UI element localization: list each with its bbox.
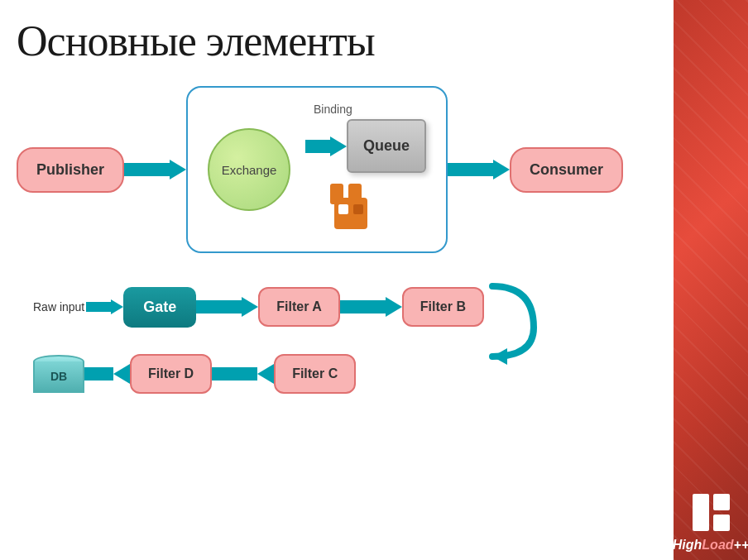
bottom-diagram: Raw input Gate Filter A Filter xyxy=(17,286,657,394)
svg-marker-5 xyxy=(492,348,507,365)
arrow-fd-db xyxy=(84,364,130,384)
rabbit-icon xyxy=(322,179,380,233)
arrow-fc-fd xyxy=(212,364,274,384)
filter-a-box: Filter A xyxy=(258,287,340,327)
arrow-pub-exchange xyxy=(124,160,186,179)
arr-body-fc-fd xyxy=(212,367,257,381)
arrow-body-inner xyxy=(305,140,330,153)
main-content: Основные элементы Publisher Exchange Bin… xyxy=(0,0,674,560)
arr-body-gfa xyxy=(196,300,242,314)
svg-rect-7 xyxy=(713,494,730,510)
db-cylinder: DB xyxy=(33,355,84,393)
arr-head-gfa xyxy=(242,297,258,317)
arrow-queue-consumer xyxy=(448,160,510,179)
arrow-head-inner xyxy=(330,136,347,156)
sidebar-pp: ++ xyxy=(734,538,748,552)
arrow-exchange-queue xyxy=(305,136,347,156)
arr-body-fafb xyxy=(340,300,386,314)
binding-label: Binding xyxy=(314,103,352,116)
small-arrow-rawinput xyxy=(86,299,123,314)
sidebar-logo: HighLoad++ xyxy=(674,490,748,552)
page-title: Основные элементы xyxy=(17,17,657,65)
exchange-container: Exchange Binding Queue xyxy=(186,86,448,253)
raw-input-group: Raw input xyxy=(33,299,123,314)
gate-box: Gate xyxy=(123,287,196,328)
bottom-row-2: DB Filter D Filter C xyxy=(17,354,657,394)
small-arr-body xyxy=(86,302,111,312)
sidebar-highload-text: HighLoad++ xyxy=(674,538,748,552)
arr-head-fc-fd xyxy=(257,364,274,384)
arr-head-fd-db xyxy=(113,364,130,384)
bottom-row-1: Raw input Gate Filter A Filter xyxy=(17,286,657,328)
filter-c-box: Filter C xyxy=(274,354,356,394)
svg-rect-1 xyxy=(330,184,343,204)
arrow-head xyxy=(170,160,186,179)
svg-rect-8 xyxy=(713,515,730,531)
top-diagram: Publisher Exchange Binding Queue xyxy=(17,86,657,253)
raw-input-label: Raw input xyxy=(33,300,84,314)
svg-rect-6 xyxy=(693,494,709,531)
arrow-body xyxy=(124,163,170,176)
curved-arrow-svg xyxy=(484,282,542,365)
arrow-head-qc xyxy=(493,160,510,179)
sidebar-pattern xyxy=(674,0,748,560)
small-arr-head xyxy=(111,299,123,314)
queue-box: Queue xyxy=(347,119,426,173)
svg-rect-2 xyxy=(348,184,362,204)
svg-rect-3 xyxy=(338,204,348,214)
filter-d-box: Filter D xyxy=(130,354,212,394)
rabbit-icon-area xyxy=(322,179,380,237)
consumer-box: Consumer xyxy=(510,147,623,193)
db-body: DB xyxy=(33,361,84,393)
arrow-body-qc xyxy=(448,163,493,176)
svg-rect-4 xyxy=(353,204,363,214)
sidebar: HighLoad++ xyxy=(674,0,748,560)
exchange-circle: Exchange xyxy=(208,128,290,211)
sidebar-high: High xyxy=(674,538,702,552)
arrow-fa-fb xyxy=(340,297,402,317)
arr-head-fafb xyxy=(386,297,402,317)
filter-b-box: Filter B xyxy=(402,287,484,327)
arrow-gate-fa xyxy=(196,297,258,317)
sidebar-load: Load xyxy=(702,538,733,552)
curved-arrow-area xyxy=(484,286,530,328)
arr-body-fd-db xyxy=(84,367,113,381)
publisher-box: Publisher xyxy=(17,147,124,193)
sidebar-logo-icon xyxy=(688,490,734,535)
